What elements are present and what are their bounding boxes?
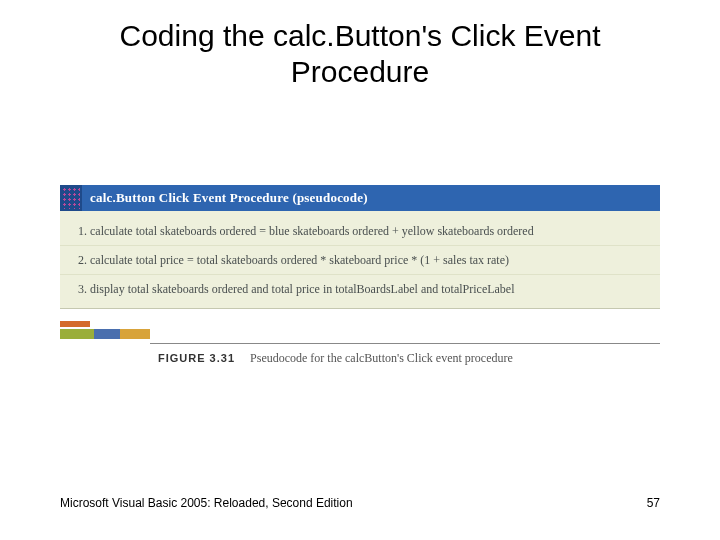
- pseudocode-steps: 1. calculate total skateboards ordered =…: [60, 211, 660, 309]
- figure-header-bar: calc.Button Click Event Procedure (pseud…: [60, 185, 660, 211]
- figure-header-text: calc.Button Click Event Procedure (pseud…: [82, 190, 368, 206]
- caption-accent-icon: [60, 321, 150, 345]
- figure-block: calc.Button Click Event Procedure (pseud…: [60, 185, 660, 365]
- figure-caption-text: Pseudocode for the calcButton's Click ev…: [250, 351, 513, 365]
- figure-number: FIGURE 3.31: [158, 352, 235, 364]
- slide-title: Coding the calc.Button's Click Event Pro…: [0, 0, 720, 90]
- step-2: 2. calculate total price = total skatebo…: [60, 245, 660, 274]
- slide: Coding the calc.Button's Click Event Pro…: [0, 0, 720, 540]
- page-number: 57: [647, 496, 660, 510]
- title-line1: Coding the calc.Button's Click Event: [120, 19, 601, 52]
- title-line2: Procedure: [0, 54, 720, 90]
- caption-underline: [150, 343, 660, 344]
- step-3: 3. display total skateboards ordered and…: [60, 274, 660, 303]
- footer-source: Microsoft Visual Basic 2005: Reloaded, S…: [60, 496, 353, 510]
- figure-caption: FIGURE 3.31 Pseudocode for the calcButto…: [158, 351, 513, 366]
- figure-caption-area: FIGURE 3.31 Pseudocode for the calcButto…: [60, 331, 660, 365]
- step-1: 1. calculate total skateboards ordered =…: [60, 217, 660, 245]
- header-dot-pattern-icon: [60, 185, 82, 211]
